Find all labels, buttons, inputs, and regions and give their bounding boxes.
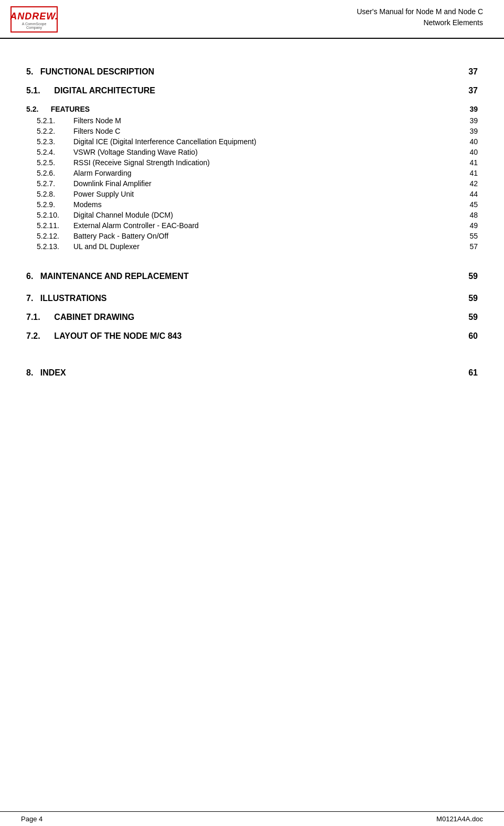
toc-label: Alarm Forwarding <box>73 168 457 178</box>
toc-num: 5.2.12. <box>26 231 73 241</box>
toc-row-sec5211: 5.2.11. External Alarm Controller - EAC-… <box>26 220 478 231</box>
section-71-heading: 7.1. CABINET DRAWING 59 <box>26 313 478 322</box>
section-52-heading: 5.2. FEATURES 39 <box>26 105 478 113</box>
toc-page: 42 <box>457 178 478 189</box>
section-52-toc: 5.2.1. Filters Node M 39 5.2.2. Filters … <box>26 115 478 252</box>
toc-row-sec526: 5.2.6. Alarm Forwarding 41 <box>26 168 478 178</box>
section-7-title: 7. ILLUSTRATIONS <box>26 294 107 303</box>
toc-page: 49 <box>457 220 478 231</box>
toc-label: Digital ICE (Digital Interference Cancel… <box>73 136 457 147</box>
section-51-page: 37 <box>468 86 478 95</box>
toc-label: RSSI (Receive Signal Strength Indication… <box>73 157 457 168</box>
section-8-title: 8. INDEX <box>26 368 66 378</box>
toc-page: 55 <box>457 231 478 241</box>
toc-num: 5.2.8. <box>26 189 73 199</box>
toc-page: 44 <box>457 189 478 199</box>
toc-row-sec527: 5.2.7. Downlink Final Amplifier 42 <box>26 178 478 189</box>
toc-row-sec525: 5.2.5. RSSI (Receive Signal Strength Ind… <box>26 157 478 168</box>
toc-row-sec524: 5.2.4. VSWR (Voltage Standing Wave Ratio… <box>26 147 478 157</box>
section-72-page: 60 <box>468 331 478 341</box>
toc-page: 40 <box>457 147 478 157</box>
section-8-heading: 8. INDEX 61 <box>26 368 478 378</box>
section-5-page: 37 <box>468 67 478 77</box>
toc-label: Modems <box>73 199 457 210</box>
toc-page: 40 <box>457 136 478 147</box>
section-72-heading: 7.2. LAYOUT OF THE NODE M/C 843 60 <box>26 331 478 341</box>
toc-row-sec5210: 5.2.10. Digital Channel Module (DCM) 48 <box>26 210 478 220</box>
toc-label: Power Supply Unit <box>73 189 457 199</box>
toc-row-sec5213: 5.2.13. UL and DL Duplexer 57 <box>26 241 478 252</box>
page: ANDREW. A CommScope Company User's Manua… <box>0 0 504 826</box>
toc-page: 48 <box>457 210 478 220</box>
toc-label: Filters Node M <box>73 115 457 126</box>
toc-label: Filters Node C <box>73 126 457 136</box>
toc-label: VSWR (Voltage Standing Wave Ratio) <box>73 147 457 157</box>
section-52-page: 39 <box>469 105 478 113</box>
section-6-title: 6. MAINTENANCE AND REPLACEMENT <box>26 272 189 281</box>
toc-num: 5.2.2. <box>26 126 73 136</box>
toc-row-sec529: 5.2.9. Modems 45 <box>26 199 478 210</box>
section-71-page: 59 <box>468 313 478 322</box>
section-7-page: 59 <box>468 294 478 303</box>
header: ANDREW. A CommScope Company User's Manua… <box>0 0 504 39</box>
toc-num: 5.2.10. <box>26 210 73 220</box>
toc-page: 41 <box>457 168 478 178</box>
toc-label: Digital Channel Module (DCM) <box>73 210 457 220</box>
logo-area: ANDREW. A CommScope Company <box>10 6 58 33</box>
section-5-title: 5. FUNCTIONAL DESCRIPTION <box>26 67 154 77</box>
toc-page: 45 <box>457 199 478 210</box>
toc-row-sec523: 5.2.3. Digital ICE (Digital Interference… <box>26 136 478 147</box>
main-content: 5. FUNCTIONAL DESCRIPTION 37 5.1. DIGITA… <box>0 39 504 811</box>
toc-page: 41 <box>457 157 478 168</box>
section-52-title: 5.2. FEATURES <box>26 105 90 113</box>
footer: Page 4 M0121A4A.doc <box>0 811 504 826</box>
logo-sub-text: A CommScope Company <box>14 22 55 29</box>
toc-label: Battery Pack - Battery On/Off <box>73 231 457 241</box>
toc-row-sec528: 5.2.8. Power Supply Unit 44 <box>26 189 478 199</box>
toc-page: 39 <box>457 126 478 136</box>
footer-page: Page 4 <box>21 815 42 823</box>
logo-icon <box>26 9 42 10</box>
footer-doc: M0121A4A.doc <box>436 815 483 823</box>
header-title: User's Manual for Node M and Node C Netw… <box>357 6 483 28</box>
header-title-line1: User's Manual for Node M and Node C <box>357 6 483 17</box>
toc-num: 5.2.13. <box>26 241 73 252</box>
toc-row-sec522: 5.2.2. Filters Node C 39 <box>26 126 478 136</box>
toc-row-sec5212: 5.2.12. Battery Pack - Battery On/Off 55 <box>26 231 478 241</box>
toc-num: 5.2.6. <box>26 168 73 178</box>
section-6-heading: 6. MAINTENANCE AND REPLACEMENT 59 <box>26 272 478 281</box>
logo-box: ANDREW. A CommScope Company <box>10 6 58 33</box>
toc-num: 5.2.7. <box>26 178 73 189</box>
toc-num: 5.2.9. <box>26 199 73 210</box>
section-6-page: 59 <box>468 272 478 281</box>
toc-label: UL and DL Duplexer <box>73 241 457 252</box>
section-71-title: 7.1. CABINET DRAWING <box>26 313 134 322</box>
section-5-heading: 5. FUNCTIONAL DESCRIPTION 37 <box>26 67 478 77</box>
toc-num: 5.2.4. <box>26 147 73 157</box>
toc-page: 39 <box>457 115 478 126</box>
toc-label: External Alarm Controller - EAC-Board <box>73 220 457 231</box>
toc-num: 5.2.3. <box>26 136 73 147</box>
section-51-heading: 5.1. DIGITAL ARCHITECTURE 37 <box>26 86 478 95</box>
section-51-title: 5.1. DIGITAL ARCHITECTURE <box>26 86 155 95</box>
toc-page: 57 <box>457 241 478 252</box>
toc-row-sec521: 5.2.1. Filters Node M 39 <box>26 115 478 126</box>
toc-label: Downlink Final Amplifier <box>73 178 457 189</box>
toc-num: 5.2.1. <box>26 115 73 126</box>
section-7-heading: 7. ILLUSTRATIONS 59 <box>26 294 478 303</box>
section-72-title: 7.2. LAYOUT OF THE NODE M/C 843 <box>26 331 181 341</box>
toc-num: 5.2.5. <box>26 157 73 168</box>
header-title-line2: Network Elements <box>357 17 483 28</box>
logo-andrew-text: ANDREW. <box>10 11 58 22</box>
toc-num: 5.2.11. <box>26 220 73 231</box>
section-8-page: 61 <box>468 368 478 378</box>
